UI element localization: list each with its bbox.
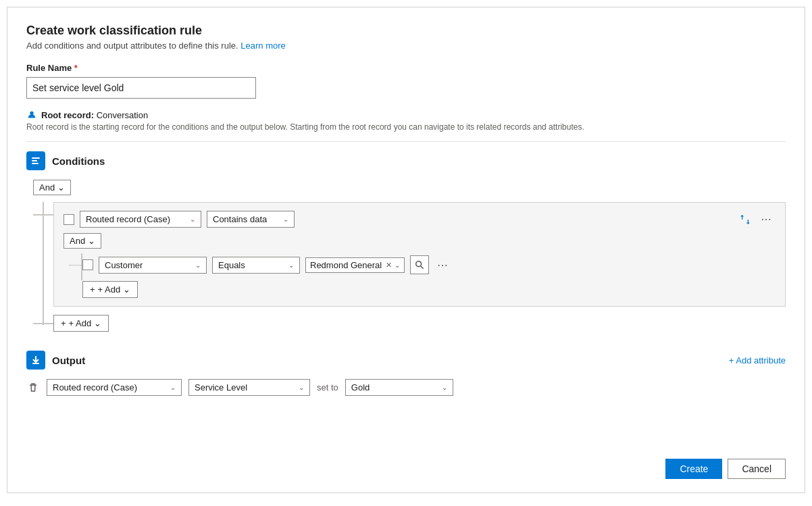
value-chip: Redmond General ✕ ⌄ [305, 257, 405, 273]
conditions-title: Conditions [52, 155, 105, 167]
inner-group: And ⌄ Customer ⌄ Equals [64, 233, 776, 298]
more-options-button[interactable]: ⋯ [758, 211, 776, 227]
output-row: Routed record (Case) ⌄ Service Level ⌄ s… [26, 379, 786, 396]
inner-add-area: + + Add ⌄ [82, 281, 776, 298]
output-attribute-dropdown[interactable]: Service Level ⌄ [188, 379, 310, 396]
chevron-down-icon: ⌄ [288, 261, 294, 269]
conditions-section-header: Conditions [26, 151, 786, 170]
svg-rect-6 [32, 363, 39, 364]
set-to-label: set to [317, 382, 338, 393]
outer-condition-checkbox[interactable] [64, 214, 74, 225]
h-connector-2 [33, 323, 53, 324]
svg-line-5 [421, 266, 424, 269]
delete-output-button[interactable] [26, 381, 40, 395]
inner-and-row: And ⌄ [64, 233, 776, 249]
output-section-header: Output [26, 351, 85, 370]
rule-name-input[interactable] [26, 77, 256, 99]
output-record-dropdown[interactable]: Routed record (Case) ⌄ [47, 379, 182, 396]
inner-more-options-button[interactable]: ⋯ [434, 257, 452, 273]
learn-more-link[interactable]: Learn more [240, 41, 285, 51]
outer-row-actions: ⋯ [738, 211, 776, 227]
inner-condition-checkbox[interactable] [82, 259, 93, 270]
chevron-down-icon: ⌄ [283, 216, 288, 223]
chip-chevron-icon[interactable]: ⌄ [395, 261, 400, 269]
svg-point-4 [416, 261, 422, 267]
chevron-down-icon: ⌄ [57, 182, 65, 193]
page-title: Create work classification rule [26, 24, 786, 38]
create-button[interactable]: Create [665, 459, 722, 479]
chevron-down-icon: ⌄ [94, 318, 101, 328]
customer-dropdown[interactable]: Customer ⌄ [99, 257, 207, 274]
outer-vertical-line [43, 202, 44, 325]
root-record-section: Root record: Conversation Root record is… [26, 109, 786, 132]
outer-add-button[interactable]: + + Add ⌄ [53, 315, 109, 332]
chevron-down-icon: ⌄ [170, 384, 176, 391]
svg-rect-1 [32, 157, 40, 159]
root-record-label: Root record: Conversation [41, 110, 148, 120]
chevron-down-icon: ⌄ [299, 384, 304, 391]
outer-and-dropdown[interactable]: And ⌄ [33, 180, 71, 195]
output-section: Output + Add attribute Routed record (Ca… [26, 351, 786, 396]
chevron-down-icon: ⌄ [123, 284, 130, 295]
h-connector-1 [33, 214, 53, 216]
condition-block: Routed record (Case) ⌄ Contains data ⌄ [53, 202, 786, 307]
svg-rect-2 [32, 160, 37, 161]
footer-actions: Create Cancel [665, 459, 786, 479]
output-title: Output [52, 355, 85, 366]
equals-dropdown[interactable]: Equals ⌄ [212, 257, 300, 274]
chevron-down-icon: ⌄ [190, 216, 195, 223]
svg-rect-3 [32, 163, 39, 164]
conditions-area: And ⌄ Routed record (Case) ⌄ [33, 180, 786, 332]
search-button[interactable] [410, 255, 429, 274]
rule-name-label: Rule Name * [26, 63, 786, 73]
inner-condition-row: Customer ⌄ Equals ⌄ Redmond General ✕ ⌄ [82, 255, 776, 274]
outer-add-area: + + Add ⌄ [53, 315, 786, 332]
root-record-description: Root record is the starting record for t… [26, 122, 786, 132]
page-subtitle: Add conditions and output attributes to … [26, 41, 786, 51]
main-container: Create work classification rule Add cond… [7, 7, 805, 493]
chip-remove-icon[interactable]: ✕ [386, 261, 392, 270]
collapse-button[interactable] [738, 213, 753, 226]
chevron-down-icon: ⌄ [442, 384, 447, 391]
person-icon [26, 109, 37, 120]
chevron-down-icon: ⌄ [195, 261, 201, 269]
divider-1 [26, 141, 786, 142]
condition-group-container: Routed record (Case) ⌄ Contains data ⌄ [53, 202, 786, 307]
output-header: Output + Add attribute [26, 351, 786, 370]
routed-record-dropdown[interactable]: Routed record (Case) ⌄ [80, 211, 201, 228]
output-value-dropdown[interactable]: Gold ⌄ [345, 379, 453, 396]
conditions-icon [26, 151, 45, 170]
contains-data-dropdown[interactable]: Contains data ⌄ [207, 211, 295, 228]
chevron-down-icon: ⌄ [88, 236, 95, 246]
inner-add-button[interactable]: + + Add ⌄ [82, 281, 138, 298]
outer-condition-row: Routed record (Case) ⌄ Contains data ⌄ [64, 211, 776, 228]
cancel-button[interactable]: Cancel [728, 459, 786, 479]
output-icon [26, 351, 45, 370]
add-attribute-button[interactable]: + Add attribute [729, 355, 786, 365]
inner-and-dropdown[interactable]: And ⌄ [64, 233, 101, 249]
